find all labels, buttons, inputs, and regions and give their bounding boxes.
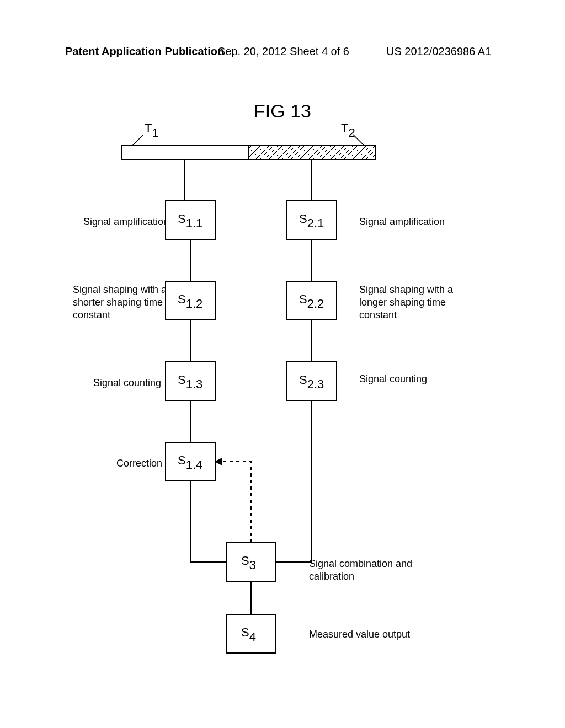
leader-T1 <box>132 135 143 146</box>
conn-s14-s3 <box>190 481 226 562</box>
flow-diagram: T1 T2 S1.1 S1.2 S1.3 S1.4 S2.1 S2.2 S2.3 <box>66 124 502 675</box>
header-right: US 2012/0236986 A1 <box>386 45 491 58</box>
page: Patent Application Publication Sep. 20, … <box>0 0 565 728</box>
header-left: Patent Application Publication <box>65 45 224 58</box>
top-bar-T1 <box>121 146 248 160</box>
label-T1: T1 <box>145 124 159 140</box>
conn-dashed-s3-s14 <box>215 462 251 543</box>
header-center: Sep. 20, 2012 Sheet 4 of 6 <box>218 45 349 58</box>
top-bar-T2 <box>248 146 375 160</box>
figure-title: FIG 13 <box>0 100 565 122</box>
label-T2: T2 <box>341 124 355 140</box>
header-rule <box>0 61 565 61</box>
conn-s23-s3 <box>276 400 312 562</box>
